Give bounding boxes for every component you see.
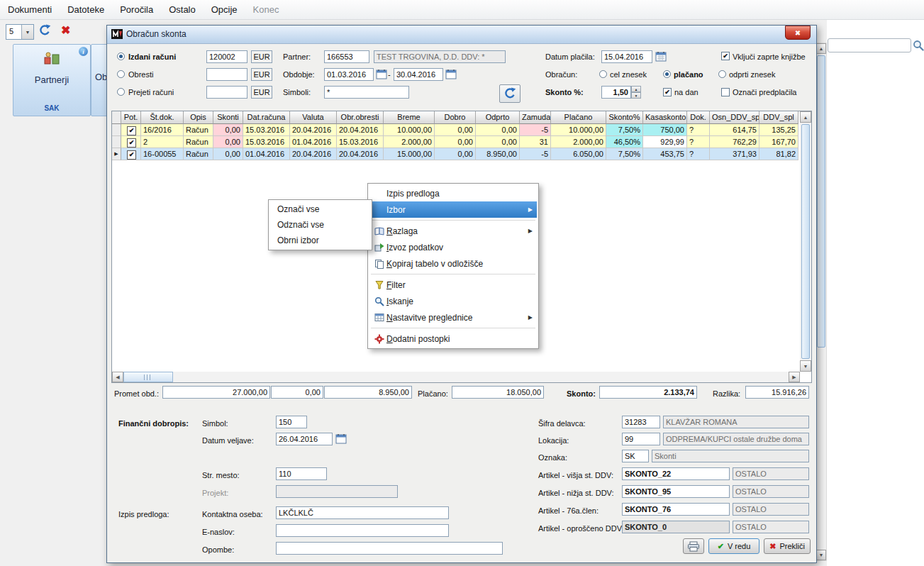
- radio-obresti[interactable]: [117, 70, 125, 78]
- table-cell[interactable]: ?: [687, 124, 710, 136]
- table-cell[interactable]: 0,00: [213, 136, 243, 148]
- scroll-up-button[interactable]: ▲: [816, 43, 826, 54]
- table-row[interactable]: ✔ 2 Račun 0,00 15.03.2016 01.04.2016 15.…: [112, 136, 811, 148]
- menu-konec[interactable]: Konec: [245, 1, 287, 19]
- kontaktna-oseba-field[interactable]: LKČLKLČ: [276, 506, 449, 519]
- table-cell[interactable]: 6.050,00: [551, 148, 606, 160]
- table-cell[interactable]: 750,00: [643, 124, 687, 136]
- table-cell[interactable]: 16/2016: [141, 124, 184, 136]
- menu-datoteke[interactable]: Datoteke: [60, 1, 112, 19]
- artikel-oproscen-code-field[interactable]: SKONTO_0: [622, 521, 730, 533]
- col-header[interactable]: Št.dok.: [141, 111, 184, 124]
- info-icon[interactable]: i: [79, 47, 88, 56]
- table-cell[interactable]: 46,50%: [606, 136, 643, 148]
- row-checkbox[interactable]: ✔: [127, 150, 136, 160]
- obresti-field[interactable]: [206, 68, 247, 81]
- table-cell[interactable]: 20.04.2016: [337, 124, 384, 136]
- table-scroll-up-button[interactable]: ▲: [800, 111, 811, 123]
- email-field[interactable]: [276, 524, 449, 537]
- v-redu-button[interactable]: ✔ V redu: [708, 538, 759, 554]
- menu-opcije[interactable]: Opcije: [204, 1, 245, 19]
- menu-item-filter[interactable]: Filter: [369, 277, 537, 293]
- table-cell[interactable]: 16-00055: [141, 148, 184, 160]
- row-check-cell[interactable]: ✔: [121, 124, 141, 136]
- row-checkbox[interactable]: ✔: [127, 126, 136, 135]
- oznaka-code-field[interactable]: SK: [622, 450, 649, 462]
- table-cell[interactable]: 01.04.2016: [243, 148, 290, 160]
- row-selector[interactable]: ▶: [112, 148, 121, 160]
- oznaci-predplacila-checkbox[interactable]: [721, 88, 730, 96]
- window-vertical-scrollbar[interactable]: ▲ ▼: [816, 43, 827, 561]
- menu-item-izpis-predloga[interactable]: Izpis predloga: [369, 185, 537, 201]
- record-count-combobox[interactable]: 5 ▼: [6, 24, 34, 40]
- table-row[interactable]: ✔ 16/2016 Račun 0,00 15.03.2016 20.04.20…: [112, 124, 811, 136]
- table-cell[interactable]: 15.03.2016: [243, 124, 290, 136]
- table-cell[interactable]: Račun: [184, 124, 213, 136]
- table-cell[interactable]: 614,75: [710, 124, 759, 136]
- row-selector[interactable]: [112, 136, 121, 148]
- table-cell[interactable]: 2.000,00: [551, 136, 606, 148]
- menu-item-nastavitve-preglednice[interactable]: Nastavitve preglednice ▶: [369, 309, 537, 326]
- datum-placila-calendar-button[interactable]: [655, 51, 667, 63]
- row-check-cell[interactable]: ✔: [121, 136, 141, 148]
- menu-ostalo[interactable]: Ostalo: [161, 1, 204, 19]
- nav-panel-partnerji[interactable]: Partnerji SAK i: [13, 44, 91, 116]
- close-button[interactable]: ✖: [785, 26, 811, 40]
- datum-placila-field[interactable]: 15.04.2016: [601, 50, 652, 63]
- table-cell[interactable]: 135,25: [759, 124, 798, 136]
- scroll-down-button[interactable]: ▼: [816, 550, 826, 560]
- opombe-field[interactable]: [276, 542, 503, 555]
- table-cell[interactable]: 15.03.2016: [243, 136, 290, 148]
- vkljuci-zaprte-checkbox[interactable]: ✔: [721, 52, 730, 60]
- menu-item-razlaga[interactable]: Razlaga ▶: [369, 223, 537, 239]
- str-mesto-field[interactable]: 110: [276, 467, 327, 480]
- obdobje-from-field[interactable]: 01.03.2016: [324, 68, 374, 81]
- col-header[interactable]: Obr.obresti: [337, 111, 384, 124]
- table-cell[interactable]: 20.04.2016: [290, 124, 337, 136]
- table-scroll-left-button[interactable]: ◀: [112, 372, 123, 382]
- row-check-cell[interactable]: ✔: [121, 148, 141, 160]
- radio-prejeti-racuni[interactable]: [117, 88, 125, 96]
- obdobje-to-calendar-button[interactable]: [445, 69, 457, 81]
- artikel-76a-code-field[interactable]: SKONTO_76: [622, 503, 730, 516]
- table-cell[interactable]: 0,00: [476, 136, 520, 148]
- menu-item-kopiraj-tabelo[interactable]: Kopiraj tabelo v odložišče: [369, 255, 537, 272]
- submenu-item-obrni-izbor[interactable]: Obrni izbor: [270, 233, 370, 248]
- dialog-titlebar[interactable]: Obračun skonta ✖: [107, 26, 816, 44]
- col-header[interactable]: Zamuda: [520, 111, 551, 124]
- table-cell[interactable]: Račun: [184, 148, 213, 160]
- table-cell[interactable]: 81,82: [759, 148, 798, 160]
- table-scroll-right-button[interactable]: ▶: [789, 372, 800, 382]
- skonto-field[interactable]: 1,50: [601, 86, 631, 99]
- table-cell[interactable]: 2: [141, 136, 184, 148]
- table-cell[interactable]: 10.000,00: [384, 124, 435, 136]
- radio-izdani-racuni[interactable]: [117, 52, 125, 60]
- col-header[interactable]: Dat.računa: [243, 111, 290, 124]
- partner-code-field[interactable]: 166553: [324, 50, 369, 63]
- col-header[interactable]: Plačano: [551, 111, 606, 124]
- col-header[interactable]: Osn_DDV_spl: [710, 111, 759, 124]
- datum-veljave-calendar-button[interactable]: [335, 433, 347, 445]
- toolbar-refresh-button[interactable]: [38, 24, 51, 38]
- na-dan-checkbox[interactable]: ✔: [663, 88, 672, 96]
- table-cell[interactable]: 929,99: [643, 136, 687, 148]
- menu-porocila[interactable]: Poročila: [112, 1, 161, 19]
- col-header[interactable]: Odprto: [476, 111, 520, 124]
- radio-cel-znesek[interactable]: [599, 70, 607, 78]
- table-cell[interactable]: 0,00: [213, 124, 243, 136]
- search-input[interactable]: [828, 38, 911, 52]
- radio-odprti-znesek[interactable]: [718, 70, 726, 78]
- artikel-nizja-code-field[interactable]: SKONTO_95: [622, 485, 730, 498]
- row-selector[interactable]: [112, 124, 121, 136]
- artikel-visja-code-field[interactable]: SKONTO_22: [622, 467, 730, 480]
- col-header[interactable]: Valuta: [290, 111, 337, 124]
- table-cell[interactable]: 371,93: [710, 148, 759, 160]
- refresh-button[interactable]: [499, 84, 521, 103]
- lokacija-code-field[interactable]: 99: [622, 433, 660, 445]
- hscroll-track[interactable]: [173, 372, 789, 382]
- toolbar-delete-button[interactable]: ✖: [61, 23, 70, 38]
- table-cell[interactable]: 7,50%: [606, 148, 643, 160]
- spinner-up-icon[interactable]: ▲: [631, 86, 641, 92]
- table-cell[interactable]: Račun: [184, 136, 213, 148]
- table-cell[interactable]: 8.950,00: [476, 148, 520, 160]
